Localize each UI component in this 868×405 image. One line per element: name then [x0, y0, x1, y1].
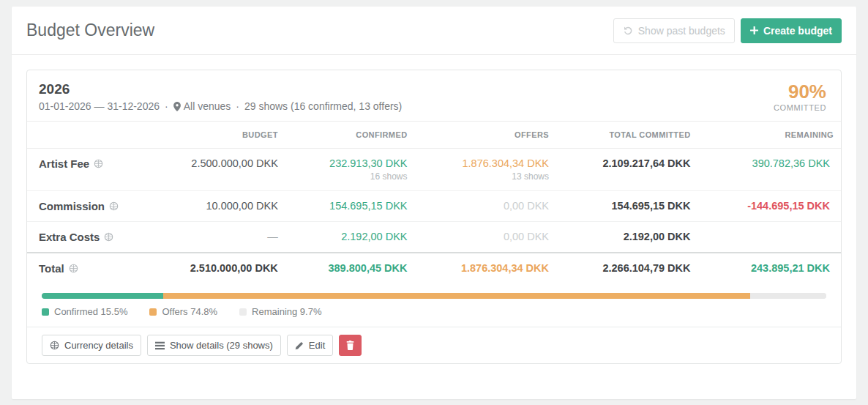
edit-label: Edit — [309, 341, 325, 350]
committed-label: COMMITTED — [774, 103, 826, 112]
table-row-artist-fee: Artist Fee 2.500.000,00 DKK 232.913,30 D… — [27, 149, 841, 191]
shows-summary: 29 shows (16 confirmed, 13 offers) — [244, 100, 402, 112]
budget-card-header: 2026 01-01-2026 — 31-12-2026 · All venue… — [27, 70, 841, 121]
cell-remaining: -144.695,15 DKK — [698, 191, 841, 222]
header-actions: Show past budgets Create budget — [613, 18, 842, 43]
globe-icon — [50, 341, 59, 350]
cell-offers: 0,00 DKK — [415, 191, 557, 222]
venues-label: All venues — [184, 100, 231, 112]
committed-progress-bar — [42, 293, 826, 299]
progress-legend: Confirmed 15.5% Offers 74.8% Remaining 9… — [42, 306, 826, 317]
show-past-budgets-label: Show past budgets — [638, 26, 725, 36]
cell-total-committed: 2.109.217,64 DKK — [556, 149, 698, 191]
committed-percentage: 90% — [774, 81, 826, 103]
table-row-commission: Commission 10.000,00 DKK 154.695,15 DKK … — [27, 191, 841, 222]
row-label: Total — [39, 262, 64, 275]
globe-icon — [104, 232, 113, 242]
globe-icon — [69, 264, 78, 273]
cell-confirmed: 389.800,45 DKK — [285, 253, 415, 283]
cell-budget: 2.510.000,00 DKK — [165, 253, 285, 283]
column-offers: OFFERS — [415, 122, 557, 149]
budget-overview-panel: Budget Overview Show past budgets Create… — [12, 7, 856, 399]
budget-card: 2026 01-01-2026 — 31-12-2026 · All venue… — [26, 70, 842, 364]
legend-item-confirmed: Confirmed 15.5% — [42, 306, 127, 317]
cell-budget: 2.500.000,00 DKK — [165, 149, 285, 191]
currency-details-label: Currency details — [64, 341, 133, 350]
cell-confirmed: 232.913,30 DKK 16 shows — [285, 149, 415, 191]
legend-item-offers: Offers 74.8% — [149, 306, 217, 317]
progress-segment-confirmed — [42, 293, 163, 299]
cell-remaining: 390.782,36 DKK — [698, 149, 841, 191]
meta-separator: · — [165, 100, 168, 112]
progress-section: Confirmed 15.5% Offers 74.8% Remaining 9… — [27, 283, 841, 327]
table-header-row: BUDGET CONFIRMED OFFERS TOTAL COMMITTED … — [27, 122, 841, 149]
globe-icon — [109, 201, 119, 211]
budget-table: BUDGET CONFIRMED OFFERS TOTAL COMMITTED … — [27, 121, 841, 283]
committed-indicator: 90% COMMITTED — [774, 81, 829, 112]
column-label — [27, 122, 165, 149]
show-past-budgets-button[interactable]: Show past budgets — [613, 18, 735, 43]
meta-separator-2: · — [236, 100, 239, 112]
column-confirmed: CONFIRMED — [285, 122, 415, 149]
confirmed-swatch-icon — [42, 308, 49, 316]
progress-segment-remaining — [750, 293, 826, 299]
history-icon — [623, 26, 633, 36]
legend-confirmed-label: Confirmed 15.5% — [54, 306, 127, 317]
legend-item-remaining: Remaining 9.7% — [239, 306, 321, 317]
create-budget-label: Create budget — [763, 26, 832, 36]
confirmed-shows-count: 16 shows — [293, 171, 408, 182]
create-budget-button[interactable]: Create budget — [741, 18, 842, 43]
edit-button[interactable]: Edit — [287, 335, 333, 356]
row-label: Artist Fee — [39, 157, 89, 170]
remaining-swatch-icon — [239, 308, 247, 316]
show-details-label: Show details (29 shows) — [170, 341, 273, 350]
column-remaining: REMAINING — [698, 122, 841, 149]
row-label: Commission — [39, 200, 105, 212]
legend-remaining-label: Remaining 9.7% — [252, 306, 321, 317]
panel-header: Budget Overview Show past budgets Create… — [12, 7, 856, 55]
show-details-button[interactable]: Show details (29 shows) — [147, 335, 281, 356]
budget-meta: 01-01-2026 — 31-12-2026 · All venues · 2… — [39, 100, 402, 112]
row-label: Extra Costs — [39, 231, 100, 243]
cell-offers: 1.876.304,34 DKK 13 shows — [415, 149, 557, 191]
list-icon — [155, 341, 165, 350]
pencil-icon — [295, 341, 304, 350]
table-row-total: Total 2.510.000,00 DKK 389.800,45 DKK 1.… — [27, 253, 841, 283]
legend-offers-label: Offers 74.8% — [162, 306, 217, 317]
cell-confirmed: 2.192,00 DKK — [285, 222, 415, 253]
currency-details-button[interactable]: Currency details — [42, 335, 141, 356]
budget-year: 2026 — [39, 81, 402, 97]
date-range: 01-01-2026 — 31-12-2026 — [39, 100, 160, 112]
cell-total-committed: 154.695,15 DKK — [556, 191, 698, 222]
progress-segment-offers — [163, 293, 750, 299]
cell-remaining — [698, 222, 841, 253]
cell-budget: 10.000,00 DKK — [165, 191, 285, 222]
map-pin-icon — [173, 102, 181, 111]
trash-icon — [346, 341, 354, 350]
plus-icon — [750, 26, 758, 34]
table-row-extra-costs: Extra Costs — 2.192,00 DKK 0,00 DKK 2.19… — [27, 222, 841, 253]
offers-swatch-icon — [149, 308, 157, 316]
page-title: Budget Overview — [26, 21, 154, 40]
cell-offers: 0,00 DKK — [415, 222, 557, 253]
globe-icon — [94, 159, 103, 168]
column-total-committed: TOTAL COMMITTED — [556, 122, 698, 149]
budget-card-footer: Currency details Show details (29 shows)… — [27, 327, 841, 363]
cell-total-committed: 2.266.104,79 DKK — [556, 253, 698, 283]
budget-card-titles: 2026 01-01-2026 — 31-12-2026 · All venue… — [39, 81, 402, 112]
cell-remaining: 243.895,21 DKK — [698, 253, 841, 283]
cell-budget: — — [165, 222, 285, 253]
cell-total-committed: 2.192,00 DKK — [556, 222, 698, 253]
offers-shows-count: 13 shows — [422, 171, 550, 182]
column-budget: BUDGET — [165, 122, 285, 149]
cell-offers: 1.876.304,34 DKK — [415, 253, 557, 283]
delete-button[interactable] — [339, 335, 362, 356]
cell-confirmed: 154.695,15 DKK — [285, 191, 415, 222]
